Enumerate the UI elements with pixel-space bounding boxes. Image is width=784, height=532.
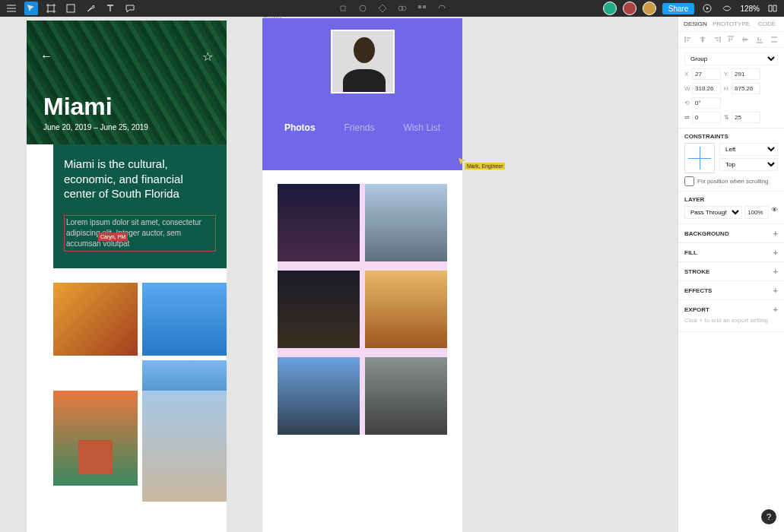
align-icon[interactable]	[415, 2, 429, 15]
reset-icon[interactable]	[435, 2, 449, 15]
svg-rect-5	[418, 5, 421, 8]
thumb-person[interactable]	[142, 391, 227, 502]
mask-icon[interactable]	[356, 2, 370, 15]
tab-friends[interactable]: Friends	[344, 122, 374, 133]
input-y[interactable]	[732, 68, 760, 80]
panel-tabs: DESIGN PROTOTYPE CODE	[678, 17, 784, 32]
svg-point-4	[402, 6, 406, 11]
alignment-row	[678, 32, 784, 48]
add-background-button[interactable]: +	[773, 229, 778, 238]
input-radius-x[interactable]	[692, 112, 721, 123]
comment-tool-icon[interactable]	[123, 2, 137, 15]
thumb-architecture[interactable]	[53, 283, 138, 356]
constraint-v-select[interactable]: Top	[719, 158, 778, 171]
flip-h-icon[interactable]: ⇄	[684, 114, 690, 121]
photo-desert[interactable]	[365, 271, 447, 348]
align-vcenter-icon[interactable]	[741, 36, 749, 43]
add-stroke-button[interactable]: +	[773, 267, 778, 276]
present-icon[interactable]	[700, 2, 714, 15]
align-left-icon[interactable]	[684, 36, 692, 43]
union-icon[interactable]	[376, 2, 389, 15]
input-h[interactable]	[732, 83, 760, 94]
background-heading: BACKGROUND	[684, 230, 729, 237]
photo-grid-2	[278, 184, 447, 435]
component-icon[interactable]	[336, 2, 350, 15]
distribute-icon[interactable]	[770, 36, 778, 43]
photo-bridge[interactable]	[278, 357, 360, 435]
avatar-user-1[interactable]	[603, 2, 617, 15]
boolean-icon[interactable]	[395, 2, 409, 15]
flip-v-icon[interactable]: ⇅	[724, 114, 730, 121]
frame-miami[interactable]: ← ☆ Miami June 20, 2019 – June 25, 2019 …	[27, 21, 227, 532]
thumb-lifeguard[interactable]	[53, 391, 138, 486]
photo-road[interactable]	[365, 357, 447, 435]
layer-section: LAYER Pass Through 👁	[678, 192, 784, 224]
tab-design[interactable]: DESIGN	[678, 17, 713, 31]
tab-wishlist[interactable]: Wish List	[403, 122, 440, 133]
add-effect-button[interactable]: +	[773, 286, 778, 295]
profile-portrait[interactable]	[331, 30, 395, 93]
tab-code[interactable]: CODE	[750, 17, 784, 31]
input-radius-y[interactable]	[732, 112, 760, 123]
move-tool-icon[interactable]	[24, 2, 38, 15]
library-icon[interactable]	[766, 2, 779, 15]
add-export-button[interactable]: +	[773, 305, 778, 314]
blend-mode-select[interactable]: Pass Through	[684, 206, 742, 219]
view-icon[interactable]	[720, 2, 734, 15]
label-y: Y	[724, 71, 730, 78]
canvas[interactable]: Profile ← ☆ Miami June 20, 2019 – June 2…	[0, 17, 678, 532]
zoom-level[interactable]: 128%	[740, 5, 760, 13]
stroke-section: STROKE+	[678, 262, 784, 281]
hero-image: ← ☆ Miami June 20, 2019 – June 25, 2019	[27, 21, 227, 144]
info-headline: Miami is the cultural, economic, and fin…	[64, 157, 216, 201]
collaborator-tag-engineer: Mark, Engineer	[465, 163, 505, 169]
profile-tabs: Photos Friends Wish List	[262, 122, 462, 133]
align-bottom-icon[interactable]	[756, 36, 763, 43]
input-x[interactable]	[692, 68, 721, 80]
tab-prototype[interactable]: PROTOTYPE	[713, 17, 750, 31]
constraint-widget[interactable]	[684, 143, 715, 173]
svg-point-2	[360, 5, 366, 11]
opacity-input[interactable]	[744, 206, 769, 219]
transform-section: Group X Y W H ⟲ ⇄ ⇅	[678, 48, 784, 128]
effects-heading: EFFECTS	[684, 287, 712, 294]
frame-tool-icon[interactable]	[44, 2, 58, 15]
constraints-heading: CONSTRAINTS	[684, 133, 778, 140]
align-hcenter-icon[interactable]	[699, 36, 706, 43]
pen-tool-icon[interactable]	[84, 2, 97, 15]
align-right-icon[interactable]	[713, 36, 721, 43]
photo-dark[interactable]	[278, 271, 360, 348]
frame-profile[interactable]: Photos Friends Wish List Mark, Engineer	[262, 18, 462, 532]
share-button[interactable]: Share	[662, 3, 695, 14]
svg-rect-0	[67, 5, 75, 12]
favorite-icon[interactable]: ☆	[202, 49, 213, 64]
info-body-selected[interactable]: Lorem ipsum dolor sit amet, consectetur …	[64, 215, 216, 252]
label-w: W	[684, 85, 690, 92]
fill-heading: FILL	[684, 249, 697, 256]
avatar-user-2[interactable]	[623, 2, 636, 15]
top-toolbar: Share 128%	[0, 0, 784, 17]
fix-scroll-checkbox[interactable]: Fix position when scrolling	[684, 176, 778, 186]
text-tool-icon[interactable]	[103, 2, 117, 15]
avatar-user-3[interactable]	[643, 2, 656, 15]
menu-icon[interactable]	[5, 2, 18, 15]
tab-photos[interactable]: Photos	[284, 122, 316, 133]
align-top-icon[interactable]	[727, 36, 735, 43]
visibility-icon[interactable]: 👁	[771, 206, 778, 219]
add-fill-button[interactable]: +	[773, 248, 778, 257]
svg-rect-6	[423, 5, 426, 8]
constraint-h-select[interactable]: Left	[719, 143, 778, 156]
info-card: Miami is the cultural, economic, and fin…	[53, 144, 227, 268]
input-rotation[interactable]	[692, 97, 721, 109]
export-hint: Click + to add an export setting	[684, 314, 778, 327]
shape-tool-icon[interactable]	[64, 2, 78, 15]
photo-neon[interactable]	[278, 184, 360, 261]
input-w[interactable]	[692, 83, 721, 94]
fill-section: FILL+	[678, 243, 784, 262]
help-button[interactable]: ?	[761, 509, 776, 524]
back-icon[interactable]: ←	[40, 49, 52, 64]
thumb-beach[interactable]	[142, 283, 227, 356]
stroke-heading: STROKE	[684, 268, 709, 275]
photo-castle[interactable]	[365, 184, 447, 261]
element-type-select[interactable]: Group	[684, 52, 778, 65]
